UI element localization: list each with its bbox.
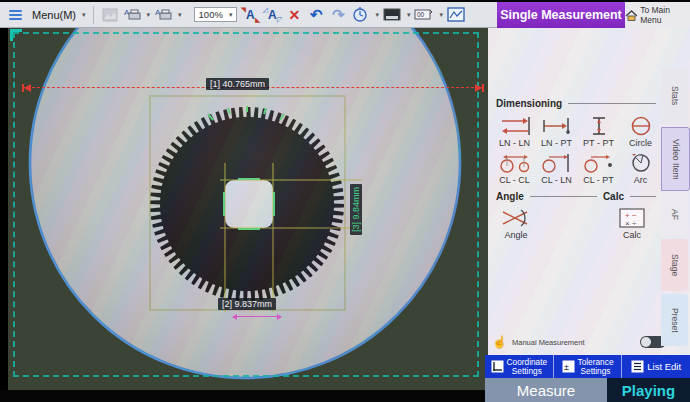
list-icon [631,360,644,373]
svg-text:±: ± [564,362,569,372]
camera-viewport[interactable]: [1] 40.765mm [2] 9.837mm [3] 9.84mm [0,28,488,390]
graph-icon[interactable] [447,5,465,25]
label-print-icon[interactable]: A [123,5,141,25]
delete-measurement-button[interactable]: ✕ [285,5,303,25]
tool-circle[interactable]: Circle [620,113,661,148]
text-zoom-out-icon[interactable]: A◿◸ [263,8,281,22]
measure-button[interactable]: Measure [485,378,607,402]
display-dropdown[interactable]: ▾ [407,11,411,19]
font-print-dropdown[interactable]: ▾ [178,11,182,19]
playing-button[interactable]: Playing [607,378,690,402]
tool-cl-cl[interactable]: CL - CL [494,150,535,185]
tab-video-item[interactable]: Video Item [661,127,690,191]
measurement-panel: Dimensioning LN - LN LN - PT PT - PT [488,28,690,355]
tool-calc[interactable]: + −× ÷ Calc [614,205,650,240]
point-point-icon [581,113,617,138]
measurement-label-2[interactable]: [2] 9.837mm [218,298,276,310]
display-settings-icon[interactable] [383,5,401,25]
tool-ln-ln[interactable]: LN - LN [494,113,535,148]
dimensioning-title: Dimensioning [496,98,562,109]
counter-display-icon[interactable]: 00 [414,5,433,25]
measurement-label-1[interactable]: [1] 40.765mm [206,78,269,90]
redo-icon[interactable]: ↷ [329,5,347,25]
circle-line-icon [539,150,575,175]
circle-circle-icon [497,150,533,175]
hamburger-menu-icon[interactable] [6,5,24,25]
application-window: Menu(M) ▾ A ▾ A ▾ 100% ▾ A◥◣ A◿◸ ✕ ↶ ↷ ▾… [0,0,690,402]
tool-cl-ln[interactable]: CL - LN [536,150,577,185]
arc-icon [623,150,659,175]
calc-title: Calc [603,191,624,202]
image-capture-icon[interactable] [101,5,119,25]
circle-point-icon [581,150,617,175]
menu-dropdown-arrow[interactable]: ▾ [82,11,86,19]
tool-arc[interactable]: Arc [620,150,661,185]
tool-pt-pt[interactable]: PT - PT [578,113,619,148]
angle-lines-icon [498,205,534,230]
menu-button[interactable]: Menu(M) [32,9,76,21]
tab-stage[interactable]: Stage [661,239,688,291]
circle-icon [623,113,659,138]
plus-minus-icon: ± [562,360,575,373]
tool-ln-pt[interactable]: LN - PT [536,113,577,148]
tool-cl-pt[interactable]: CL - PT [578,150,619,185]
height-dimension-arrows [233,316,281,317]
svg-text:× ÷: × ÷ [625,219,637,228]
undo-icon[interactable]: ↶ [307,5,325,25]
square-hole [225,180,273,228]
line-line-icon [497,113,533,138]
measurement-label-3[interactable]: [3] 9.84mm [350,184,362,235]
settings-bar: CoordinateSettings ± ToleranceSettings L… [485,355,690,378]
measurement-stage[interactable]: [1] 40.765mm [2] 9.837mm [3] 9.84mm [8,28,488,390]
line-point-icon [539,113,575,138]
list-edit-button[interactable]: List Edit [622,355,690,378]
counter-dropdown[interactable]: ▾ [439,11,443,19]
tool-angle[interactable]: Angle [498,205,534,240]
main-toolbar: Menu(M) ▾ A ▾ A ▾ 100% ▾ A◥◣ A◿◸ ✕ ↶ ↷ ▾… [0,2,497,28]
timer-dropdown[interactable]: ▾ [375,11,379,19]
zoom-value: 100% [199,9,223,20]
svg-text:00: 00 [417,11,425,18]
coordinate-axes-icon [491,360,504,373]
coordinate-settings-button[interactable]: CoordinateSettings [485,355,554,378]
label-print-dropdown[interactable]: ▾ [147,11,151,19]
tab-preset[interactable]: Preset [661,294,688,346]
manual-measurement-row: ☝ Manual Measurement OFF [492,333,686,351]
view-zoom-select[interactable]: 100% ▾ [194,7,238,22]
stage-corner-mark [10,29,22,41]
tab-stats[interactable]: Stats [661,68,688,124]
to-main-menu-button[interactable]: To Main Menu [625,2,690,28]
tab-af[interactable]: AF [661,192,688,236]
action-bar: Measure Playing [485,378,690,402]
home-icon [625,10,637,21]
timer-icon[interactable] [351,5,369,25]
manual-measurement-label: Manual Measurement [512,338,635,347]
angle-title: Angle [496,191,524,202]
calculator-icon: + −× ÷ [614,205,650,230]
font-print-icon[interactable]: A [154,5,172,25]
text-zoom-in-icon[interactable]: A◥◣ [241,8,259,22]
zoom-dropdown-arrow: ▾ [229,11,233,19]
tolerance-settings-button[interactable]: ± ToleranceSettings [554,355,623,378]
page-title: Single Measurement [497,2,625,28]
pointing-hand-icon: ☝ [492,335,507,349]
